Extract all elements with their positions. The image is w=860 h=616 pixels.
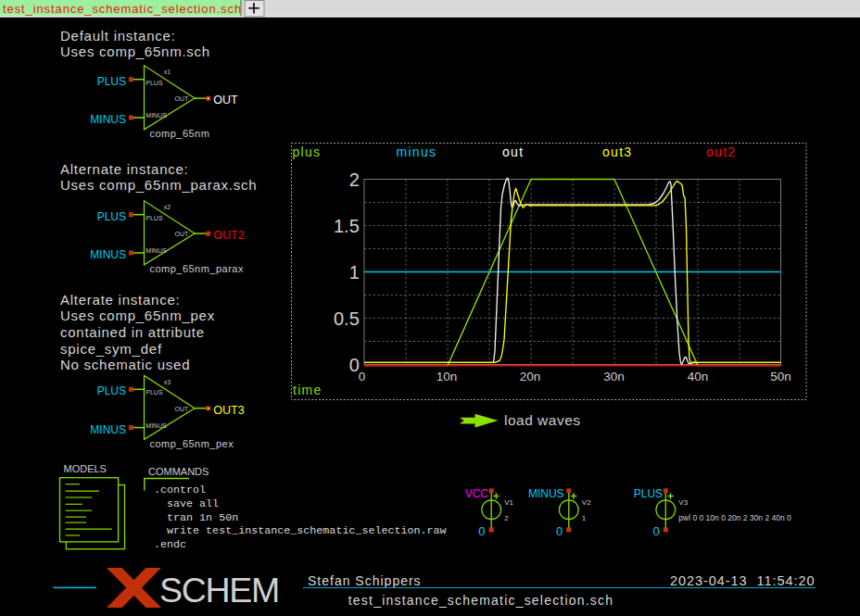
svg-text:Alternate instance:: Alternate instance: — [60, 161, 189, 177]
svg-text:2: 2 — [349, 170, 360, 190]
svg-text:OUT: OUT — [175, 406, 190, 412]
svg-text:2023-04-13 11:54:20: 2023-04-13 11:54:20 — [670, 573, 816, 588]
svg-text:Uses comp_65nm_pex: Uses comp_65nm_pex — [60, 308, 215, 323]
svg-text:0: 0 — [652, 524, 659, 538]
svg-text:pwl 0 0 10n 0 20n 2 30n 2 40n: pwl 0 0 10n 0 20n 2 30n 2 40n 0 — [678, 513, 791, 522]
svg-text:PLUS: PLUS — [145, 80, 163, 86]
svg-text:comp_65nm: comp_65nm — [150, 128, 210, 139]
svg-text:Uses comp_65nm_parax.sch: Uses comp_65nm_parax.sch — [60, 177, 257, 193]
svg-text:MINUS: MINUS — [90, 113, 126, 126]
svg-text:PLUS: PLUS — [145, 215, 163, 221]
svg-text:MINUS: MINUS — [145, 112, 167, 119]
svg-text:test_instance_schematic_select: test_instance_schematic_selection.sch — [348, 593, 613, 608]
svg-text:SCHEM: SCHEM — [159, 571, 279, 610]
svg-text:OUT2: OUT2 — [213, 229, 244, 242]
svg-text:0: 0 — [556, 524, 563, 538]
svg-text:10n: 10n — [436, 370, 458, 383]
svg-text:save all: save all — [154, 497, 219, 510]
svg-text:OUT: OUT — [175, 231, 190, 237]
svg-text:PLUS: PLUS — [97, 384, 126, 397]
svg-text:0: 0 — [478, 524, 485, 538]
svg-text:OUT3: OUT3 — [213, 404, 244, 417]
svg-text:COMMANDS: COMMANDS — [148, 466, 209, 477]
svg-text:2: 2 — [504, 514, 509, 522]
svg-text:20n: 20n — [520, 370, 541, 383]
svg-text:1: 1 — [349, 262, 360, 283]
svg-text:contained in attribute: contained in attribute — [60, 324, 205, 340]
svg-text:PLUS: PLUS — [97, 75, 126, 88]
svg-text:1.5: 1.5 — [334, 216, 360, 236]
svg-text:MODELS: MODELS — [64, 463, 107, 474]
svg-text:Uses comp_65nm.sch: Uses comp_65nm.sch — [60, 44, 210, 59]
svg-text:Alterate instance:: Alterate instance: — [60, 292, 180, 308]
svg-text:V1: V1 — [504, 498, 513, 507]
svg-text:comp_65nm_pex: comp_65nm_pex — [150, 438, 234, 449]
svg-text:test_instance_schematic_select: test_instance_schematic_selection.sch — [3, 2, 242, 16]
svg-text:x2: x2 — [164, 204, 171, 210]
svg-text:out2: out2 — [706, 145, 736, 159]
svg-text:0: 0 — [359, 370, 366, 383]
svg-text:x3: x3 — [164, 379, 171, 385]
svg-text:MINUS: MINUS — [145, 247, 167, 254]
svg-text:PLUS: PLUS — [145, 389, 163, 396]
svg-text:1: 1 — [582, 514, 587, 522]
svg-text:OUT: OUT — [213, 94, 238, 107]
svg-text:plus: plus — [293, 145, 322, 159]
svg-text:No schematic used: No schematic used — [60, 357, 190, 372]
svg-text:MINUS: MINUS — [90, 423, 126, 436]
svg-text:tran 1n 50n: tran 1n 50n — [154, 511, 238, 524]
svg-text:50n: 50n — [770, 370, 791, 383]
svg-text:40n: 40n — [688, 370, 709, 383]
svg-text:PLUS: PLUS — [634, 487, 663, 500]
svg-text:V3: V3 — [678, 498, 688, 507]
svg-text:comp_65nm_parax: comp_65nm_parax — [150, 263, 244, 274]
svg-text:spice_sym_def: spice_sym_def — [60, 341, 162, 357]
svg-text:.endc: .endc — [154, 538, 186, 551]
svg-text:VCC: VCC — [465, 487, 489, 500]
svg-text:Default instance:: Default instance: — [60, 28, 175, 44]
svg-text:30n: 30n — [603, 370, 625, 383]
svg-text:out3: out3 — [602, 145, 632, 159]
svg-text:PLUS: PLUS — [97, 210, 126, 223]
svg-text:minus: minus — [397, 145, 437, 159]
svg-text:0.5: 0.5 — [334, 308, 360, 329]
svg-text:MINUS: MINUS — [528, 487, 564, 500]
svg-text:x1: x1 — [164, 69, 171, 75]
svg-text:Stefan Schippers: Stefan Schippers — [308, 573, 422, 588]
svg-text:time: time — [293, 383, 322, 397]
svg-text:out: out — [502, 145, 524, 159]
svg-text:write test_instance_schematic_: write test_instance_schematic_selection.… — [154, 524, 447, 537]
svg-text:MINUS: MINUS — [145, 422, 167, 429]
svg-text:.control: .control — [154, 484, 206, 497]
svg-text:V2: V2 — [582, 498, 591, 507]
svg-text:MINUS: MINUS — [90, 248, 126, 261]
svg-text:OUT: OUT — [175, 95, 190, 102]
svg-text:load waves: load waves — [504, 412, 581, 428]
